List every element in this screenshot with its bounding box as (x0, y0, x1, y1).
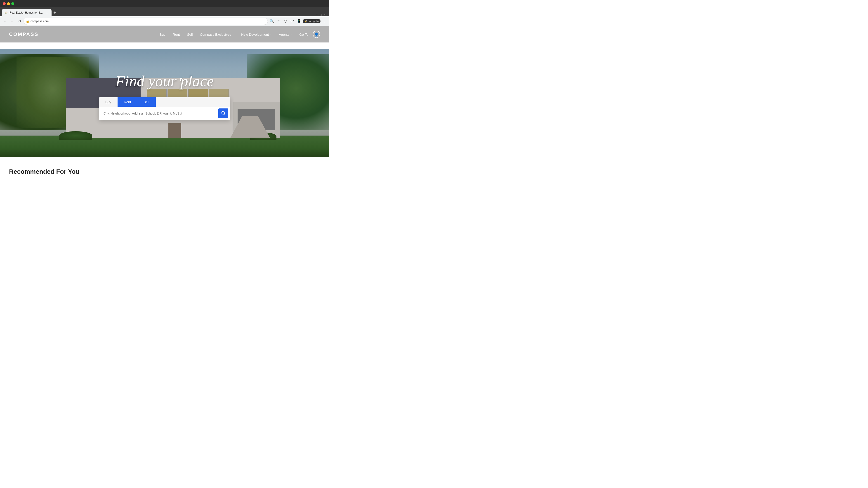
extensions-button[interactable]: ⬡ (282, 18, 289, 24)
nav-newdev-link[interactable]: New Development ⌄ (241, 33, 272, 36)
bookmark-icon: ☆ (277, 19, 280, 23)
responsive-button[interactable]: 📱 (296, 18, 302, 24)
nav-goto-item: Go To ⌄ (299, 33, 311, 36)
nav-exclusives-label: Compass Exclusives (200, 33, 231, 36)
shield-icon: 🛡 (290, 19, 294, 23)
tab-bar: 🏠 Real Estate, Homes for Sale & ... × + … (0, 7, 329, 16)
incognito-label: Incognito (309, 20, 319, 23)
shield-button[interactable]: 🛡 (289, 18, 296, 24)
browser-minimize-button[interactable]: − (315, 13, 318, 16)
nav-agents-link[interactable]: Agents ⌄ (279, 33, 292, 36)
svg-line-1 (224, 113, 225, 115)
browser-maximize-button[interactable]: □ (319, 13, 322, 16)
menu-button[interactable]: ⋮ (321, 18, 327, 24)
search-tabs: Buy Rent Sell (99, 97, 230, 107)
tab-close-button[interactable]: × (45, 11, 49, 14)
back-button[interactable]: ← (2, 18, 8, 24)
responsive-icon: 📱 (297, 19, 301, 23)
address-lock-icon: 🔒 (26, 20, 29, 23)
minimize-window-button[interactable] (7, 2, 10, 5)
nav-agents-item: Agents ⌄ (279, 33, 292, 36)
search-tab-buy[interactable]: Buy (99, 97, 118, 107)
nav-rent-link[interactable]: Rent (173, 33, 180, 36)
recommended-section-title: Recommended For You (9, 168, 320, 175)
bookmark-button[interactable]: ☆ (276, 18, 282, 24)
browser-toolbar: ← → ↻ 🔒 🔍 ☆ ⬡ 🛡 📱 (0, 16, 329, 26)
nav-agents-label: Agents (279, 33, 289, 36)
site-logo[interactable]: COMPASS (9, 31, 160, 37)
nav-exclusives-item: Compass Exclusives ⌄ (200, 33, 234, 36)
user-icon: 👤 (314, 32, 319, 37)
back-icon: ← (3, 19, 7, 23)
incognito-badge: 🕵 Incognito (303, 19, 320, 23)
search-widget: Buy Rent Sell (99, 97, 230, 120)
nav-newdev-label: New Development (241, 33, 269, 36)
search-tab-rent[interactable]: Rent (118, 97, 137, 107)
nav-exclusives-link[interactable]: Compass Exclusives ⌄ (200, 33, 234, 36)
maximize-window-button[interactable] (11, 2, 14, 5)
hero-content: Find your place Buy Rent Sell (0, 26, 329, 157)
search-tab-sell[interactable]: Sell (137, 97, 156, 107)
search-input-row (99, 107, 230, 120)
search-input[interactable] (101, 109, 218, 118)
menu-icon: ⋮ (322, 19, 326, 23)
tab-favicon: 🏠 (4, 11, 8, 14)
site-nav: COMPASS Buy Rent Sell Compass Exclusives… (0, 26, 329, 42)
nav-rent-item: Rent (173, 33, 180, 36)
nav-goto-link[interactable]: Go To ⌄ (299, 33, 311, 36)
window-controls (3, 2, 14, 5)
browser-close-button[interactable]: × (323, 13, 327, 16)
toolbar-actions: 🔍 ☆ ⬡ 🛡 📱 🕵 Incognito ⋮ (269, 18, 327, 24)
nav-newdev-item: New Development ⌄ (241, 33, 272, 36)
exclusives-chevron-icon: ⌄ (232, 33, 234, 36)
nav-goto-label: Go To (299, 33, 308, 36)
forward-icon: → (10, 19, 14, 23)
close-window-button[interactable] (3, 2, 6, 5)
search-toolbar-button[interactable]: 🔍 (269, 18, 275, 24)
agents-chevron-icon: ⌄ (290, 33, 292, 36)
hero-title: Find your place (116, 72, 214, 90)
nav-buy-link[interactable]: Buy (160, 33, 165, 36)
nav-sell-link[interactable]: Sell (187, 33, 193, 36)
extensions-icon: ⬡ (284, 19, 287, 23)
address-bar[interactable] (24, 18, 268, 25)
recommended-section: Recommended For You (0, 157, 329, 192)
top-bar (0, 0, 329, 7)
search-submit-icon (221, 111, 225, 116)
nav-links: Buy Rent Sell Compass Exclusives ⌄ New (160, 33, 311, 36)
refresh-button[interactable]: ↻ (16, 18, 23, 24)
nav-sell-item: Sell (187, 33, 193, 36)
tab-compass[interactable]: 🏠 Real Estate, Homes for Sale & ... × (2, 9, 52, 16)
search-submit-button[interactable] (218, 108, 228, 119)
refresh-icon: ↻ (18, 19, 21, 23)
goto-chevron-icon: ⌄ (309, 33, 311, 36)
address-bar-container: 🔒 (24, 18, 268, 25)
tab-title: Real Estate, Homes for Sale & ... (9, 11, 43, 14)
site-content: COMPASS Buy Rent Sell Compass Exclusives… (0, 26, 329, 192)
new-tab-button[interactable]: + (52, 9, 58, 16)
newdev-chevron-icon: ⌄ (270, 33, 272, 36)
forward-button[interactable]: → (9, 18, 16, 24)
nav-buy-item: Buy (160, 33, 165, 36)
hero-section: COMPASS Buy Rent Sell Compass Exclusives… (0, 26, 329, 157)
browser-chrome: 🏠 Real Estate, Homes for Sale & ... × + … (0, 0, 329, 26)
search-toolbar-icon: 🔍 (270, 19, 274, 23)
incognito-icon: 🕵 (305, 20, 308, 23)
user-account-button[interactable]: 👤 (313, 31, 320, 38)
